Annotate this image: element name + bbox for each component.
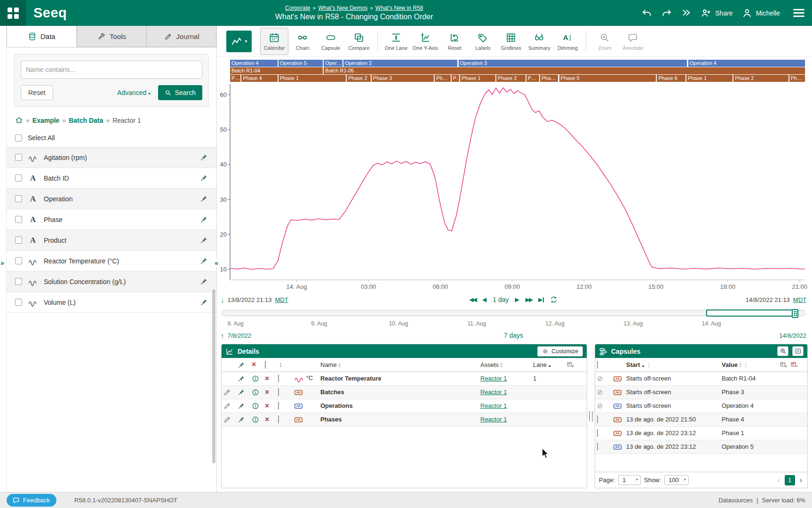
- capsule-band-segment[interactable]: Batch R1-04: [230, 67, 323, 74]
- capsule-band-segment[interactable]: Phase 3: [526, 75, 540, 82]
- remove-icon[interactable]: ×: [265, 415, 269, 423]
- tab-tools[interactable]: Tools: [77, 26, 147, 47]
- capsule-row[interactable]: ⊘ Starts off-screen Phase 3: [595, 385, 807, 399]
- item-checkbox[interactable]: [15, 175, 22, 182]
- toolbar-calendar-button[interactable]: Calendar: [260, 28, 288, 55]
- breadcrumb-link-demos[interactable]: What's New Demos: [318, 5, 367, 11]
- remove-column-icon[interactable]: [790, 361, 799, 369]
- show-select[interactable]: 100▾: [664, 475, 689, 485]
- list-item-agitation[interactable]: Agitation (rpm): [7, 147, 216, 168]
- timezone-link[interactable]: MDT: [793, 296, 806, 303]
- edit-icon[interactable]: [223, 389, 231, 396]
- details-row-operations[interactable]: × Operations Reactor 1: [222, 399, 587, 413]
- capsule-band-segment[interactable]: Phase 2: [733, 75, 788, 82]
- capsule-row[interactable]: 13 de ago. de 2022 21:50 Phase 4: [595, 413, 807, 426]
- step-to-end-icon[interactable]: ▶: [538, 296, 544, 303]
- row-checkbox[interactable]: [597, 415, 598, 423]
- details-row-batches[interactable]: × Batches Reactor 1: [222, 385, 587, 399]
- investigate-start-arrow-icon[interactable]: ↑: [221, 332, 224, 340]
- toolbar-labels-button[interactable]: Labels: [469, 28, 497, 55]
- sort-icon[interactable]: ▴▾: [740, 362, 741, 368]
- capsule-band-segment[interactable]: Operation 1: [324, 60, 342, 67]
- capsule-band-segment[interactable]: Phase 1: [279, 75, 346, 82]
- remove-icon[interactable]: ×: [265, 374, 269, 382]
- remove-icon[interactable]: ×: [265, 402, 269, 410]
- range-start-arrow-icon[interactable]: ↓: [221, 296, 224, 304]
- item-checkbox[interactable]: [15, 237, 22, 244]
- toolbar-chain-button[interactable]: Chain: [288, 28, 317, 55]
- capsule-row[interactable]: 13 de ago. de 2022 23:12 Operation 5: [595, 440, 807, 453]
- list-item-batch-id[interactable]: A Batch ID: [7, 168, 216, 189]
- crumb-example[interactable]: Example: [32, 117, 60, 124]
- redo-icon[interactable]: [661, 8, 672, 19]
- capsules-collapse-button[interactable]: [792, 346, 804, 356]
- row-checkbox[interactable]: [278, 388, 279, 396]
- forward-share-icon[interactable]: [681, 8, 692, 19]
- pin-icon[interactable]: [200, 195, 208, 203]
- share-button[interactable]: Share: [701, 8, 732, 19]
- pin-icon[interactable]: [238, 389, 245, 396]
- row-checkbox[interactable]: [278, 415, 279, 423]
- capsule-band-segment[interactable]: Phase 3: [789, 75, 805, 82]
- tab-data[interactable]: Data: [7, 26, 77, 47]
- list-item-solution-concentration[interactable]: Solution Concentration (g/L): [7, 271, 216, 292]
- row-checkbox[interactable]: [278, 402, 279, 410]
- capsule-band-segment[interactable]: Phase 4: [540, 75, 558, 82]
- row-checkbox[interactable]: [597, 443, 598, 451]
- capsule-band-segment[interactable]: Operation 3: [459, 60, 688, 67]
- slider-grip-handle[interactable]: [792, 309, 798, 318]
- user-menu[interactable]: Michelle: [741, 8, 780, 19]
- item-checkbox[interactable]: [15, 154, 22, 161]
- previous-page-icon[interactable]: ‹: [776, 476, 781, 484]
- hamburger-menu-icon[interactable]: [793, 9, 804, 17]
- breadcrumb-link-corporate[interactable]: Corporate: [285, 5, 310, 11]
- capsule-band-segment[interactable]: Phase 5: [559, 75, 657, 82]
- column-menu-icon[interactable]: ⋮: [645, 361, 652, 368]
- item-checkbox[interactable]: [15, 195, 22, 202]
- pin-icon[interactable]: [200, 257, 208, 265]
- step-back-icon[interactable]: ◀: [482, 296, 486, 303]
- item-checkbox[interactable]: [15, 216, 22, 223]
- list-item-reactor-temperature[interactable]: Reactor Temperature (°C): [7, 251, 216, 271]
- capsule-band-segment[interactable]: Operation 2: [343, 60, 458, 67]
- crumb-batch-data[interactable]: Batch Data: [69, 117, 103, 124]
- capsules-zoom-button[interactable]: [777, 346, 788, 356]
- undo-icon[interactable]: [641, 8, 653, 19]
- item-checkbox[interactable]: [15, 257, 22, 264]
- capsule-band-segment[interactable]: Phase 1: [686, 75, 733, 82]
- capsule-band-segment[interactable]: Operation 4: [688, 60, 805, 67]
- step-size-label[interactable]: 1 day: [493, 296, 509, 303]
- capsule-band-segment[interactable]: Phase 3: [230, 75, 241, 82]
- capsule-band-segment[interactable]: Batch R1-05: [324, 67, 805, 74]
- step-back-fast-icon[interactable]: ◀◀: [470, 296, 476, 303]
- investigate-duration[interactable]: 7 days: [504, 332, 523, 339]
- panel-resize-handle[interactable]: [589, 411, 593, 421]
- toolbar-summary-button[interactable]: Summary: [525, 28, 553, 55]
- current-page-button[interactable]: 1: [785, 475, 795, 485]
- pin-icon[interactable]: [200, 236, 208, 244]
- capsule-band-segment[interactable]: Phase 4: [435, 75, 451, 82]
- capsule-row[interactable]: ⊘ Starts off-screen Operation 4: [595, 399, 807, 413]
- reset-button[interactable]: Reset: [21, 85, 53, 100]
- toolbar-one-y-axis-button[interactable]: One Y-Axis: [410, 28, 440, 55]
- sorted-asc-icon[interactable]: ▴: [549, 363, 551, 368]
- toolbar-one-lane-button[interactable]: One Lane: [382, 28, 410, 55]
- toolbar-zoom-button[interactable]: Zoom: [590, 28, 619, 55]
- pin-icon[interactable]: [200, 174, 208, 182]
- search-input[interactable]: [21, 61, 202, 79]
- capsule-band-segment[interactable]: Phase 2: [496, 75, 525, 82]
- asset-link[interactable]: Reactor 1: [480, 389, 507, 396]
- select-all-checkbox[interactable]: [15, 135, 22, 142]
- row-checkbox[interactable]: [597, 429, 598, 437]
- home-icon[interactable]: [15, 116, 23, 124]
- capsule-row[interactable]: ⊘ Starts off-screen Batch R1-04: [595, 372, 807, 385]
- trend-view-selector-button[interactable]: ▾: [226, 31, 252, 52]
- capsule-band-segment[interactable]: Phase 2: [347, 75, 371, 82]
- asset-link[interactable]: Reactor 1: [480, 416, 507, 423]
- info-icon[interactable]: [252, 402, 259, 410]
- asset-link[interactable]: Reactor 1: [480, 375, 507, 382]
- pin-icon[interactable]: [200, 278, 208, 286]
- remove-icon[interactable]: ×: [265, 388, 269, 396]
- pin-icon[interactable]: [238, 375, 245, 382]
- toolbar-dimming-button[interactable]: A Dimming: [553, 28, 581, 55]
